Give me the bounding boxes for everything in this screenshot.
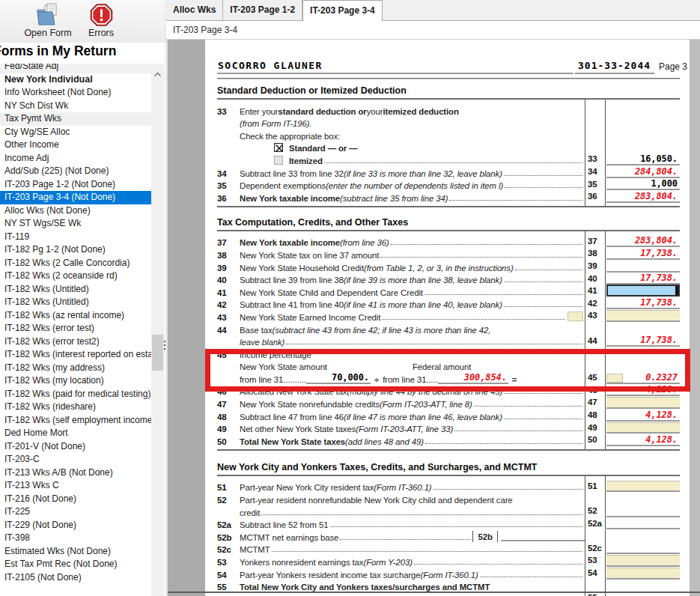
line-52-value[interactable]: [605, 505, 680, 517]
scrollbar-thumb[interactable]: [152, 335, 163, 371]
tab-it-203-page-3-4[interactable]: IT-203 Page 3-4: [302, 0, 383, 21]
sidebar-item[interactable]: IT-229 (Not Done): [0, 519, 151, 532]
sidebar-scrollbar[interactable]: [151, 64, 164, 596]
line-number-cell: 33: [585, 153, 605, 165]
small-yellow-field[interactable]: [606, 374, 623, 383]
line-50-value[interactable]: 4,128.: [605, 434, 680, 446]
sidebar-item[interactable]: IT-398: [0, 532, 151, 545]
tab-it-203-page-1-2[interactable]: IT-203 Page 1-2: [223, 0, 302, 20]
dotted-leader: [474, 406, 582, 407]
line-52c-value[interactable]: [605, 542, 680, 555]
line-36-value[interactable]: 283,804.: [605, 190, 680, 203]
sidebar-item[interactable]: IT-182 Wks (my location): [0, 374, 151, 388]
sidebar-item[interactable]: IT-182 Wks (az rental income): [0, 309, 151, 323]
sidebar-item[interactable]: IT-203 Page 1-2 (Not Done): [0, 178, 151, 192]
yellow-input-field[interactable]: [606, 397, 680, 407]
line-44-value[interactable]: 17,738.: [605, 335, 680, 347]
yellow-input-field[interactable]: [606, 568, 680, 578]
sidebar-item[interactable]: IT-201-V (Not Done): [0, 440, 151, 454]
sidebar-item[interactable]: IT-182 Wks (error test): [0, 322, 151, 335]
checkbox-unchecked[interactable]: [274, 156, 283, 165]
form-line-50: 50Total New York State taxes (add lines …: [217, 434, 680, 446]
yellow-input-field[interactable]: [606, 481, 680, 491]
dotted-leader: [504, 393, 582, 394]
nys-amount-value[interactable]: 70,000.: [306, 372, 371, 384]
line-47-value[interactable]: [605, 396, 680, 409]
sidebar-item[interactable]: NY ST Wgs/SE Wk: [0, 217, 151, 231]
federal-amount-value[interactable]: 300,854.: [438, 372, 508, 384]
sidebar-item[interactable]: IT-182 Wks (self employment income): [0, 414, 151, 428]
line-35-value[interactable]: 1,000: [605, 178, 680, 191]
line-45-value[interactable]: 0.2327: [605, 371, 680, 384]
yellow-input-field[interactable]: [606, 422, 680, 433]
sidebar-item[interactable]: IT-182 Wks (interest reported on estat..…: [0, 348, 151, 362]
line-51-value[interactable]: [605, 480, 680, 493]
sidebar-item[interactable]: IT-225: [0, 505, 151, 519]
line-37-value[interactable]: 283,804.: [605, 235, 680, 248]
line-40-value[interactable]: 17,738.: [605, 273, 680, 285]
line-49-value[interactable]: [605, 422, 680, 434]
open-form-button[interactable]: Open Form: [15, 3, 81, 38]
line-53-value[interactable]: [605, 554, 680, 567]
line-46-value[interactable]: 4,128.: [605, 384, 680, 397]
line-42-value[interactable]: 17,738.: [605, 297, 680, 310]
sidebar-item[interactable]: Income Adj: [0, 152, 151, 165]
line-52a-value[interactable]: [605, 517, 680, 530]
sidebar-item[interactable]: IT-182 Wks (2 Calle Concordia): [0, 257, 151, 270]
sidebar-item[interactable]: IT-182 Wks (my address): [0, 362, 151, 375]
form-sub-tab[interactable]: IT-203 Page 3-4: [166, 21, 700, 40]
sidebar-item[interactable]: Est Tax Pmt Rec (Not Done): [0, 558, 151, 571]
line-33-value[interactable]: 16,050.: [605, 153, 680, 165]
line-43-value[interactable]: [605, 309, 680, 322]
checkbox-checked[interactable]: [274, 143, 283, 152]
yellow-input-field[interactable]: [606, 555, 680, 565]
small-yellow-field[interactable]: [567, 311, 583, 321]
sidebar-item[interactable]: Alloc Wks (Not Done): [0, 204, 151, 218]
value-underline: [606, 345, 680, 347]
value-underline: [606, 201, 680, 203]
sidebar-item[interactable]: IT-182 Wks (Untitled): [0, 296, 151, 309]
sidebar-item[interactable]: IT-203 Page 3-4 (Not Done): [0, 191, 151, 204]
section-block: 37New York taxable income (from line 36)…: [217, 230, 680, 451]
sidebar-item[interactable]: IT-182 Wks (Untitled): [0, 283, 151, 297]
sidebar-item[interactable]: IT-119: [0, 231, 151, 244]
sidebar-item[interactable]: IT-216 (Not Done): [0, 493, 151, 506]
sidebar-item[interactable]: IT-213 Wks C: [0, 479, 151, 493]
sidebar-item[interactable]: IT-2105 (Not Done): [0, 571, 151, 585]
sidebar-item[interactable]: IT-182 Wks (rideshare): [0, 401, 151, 414]
line-39-value[interactable]: [605, 260, 680, 273]
line-48-value[interactable]: 4,128.: [605, 409, 680, 422]
yellow-input-field[interactable]: [606, 310, 680, 320]
sidebar-item[interactable]: IT-182 Wks (2 oceanside rd): [0, 270, 151, 283]
line-54-value[interactable]: [605, 567, 680, 580]
splitter-grip-icon[interactable]: [164, 338, 165, 350]
focused-input-field[interactable]: [606, 285, 680, 297]
sidebar-item[interactable]: Estimated Wks (Not Done): [0, 545, 151, 559]
inline-blank-field[interactable]: [501, 534, 585, 541]
sidebar-item[interactable]: Add/Sub (225) (Not Done): [0, 165, 151, 178]
sidebar-item[interactable]: Info Worksheet (Not Done): [0, 86, 151, 100]
sidebar-item[interactable]: Other Income: [0, 139, 151, 152]
sidebar-item[interactable]: IT-182 Pg 1-2 (Not Done): [0, 243, 151, 257]
line-41-value[interactable]: [605, 285, 680, 297]
form-label-text: Dependent exemptions: [240, 181, 326, 190]
sidebar-item[interactable]: IT-213 Wks A/B (Not Done): [0, 466, 151, 480]
sidebar-item[interactable]: NY Sch Dist Wk: [0, 100, 151, 113]
sidebar-item[interactable]: Fed/State Adj: [0, 64, 151, 73]
form-viewport: SOCORRO GLAUNER 301-33-2044 Page 3 Stand…: [166, 40, 700, 596]
sidebar-item[interactable]: IT-182 Wks (paid for medical testing): [0, 388, 151, 401]
sidebar-item[interactable]: Ded Home Mort: [0, 427, 151, 440]
sidebar-item[interactable]: Cty Wg/SE Alloc: [0, 126, 151, 139]
taxpayer-name: SOCORRO GLAUNER: [218, 60, 323, 71]
line-number-cell: 46: [585, 384, 605, 397]
sidebar-item[interactable]: IT-182 Wks (error test2): [0, 335, 151, 349]
sidebar-item[interactable]: New York Individual: [0, 73, 151, 87]
line-34-value[interactable]: 284,804.: [605, 165, 680, 178]
line-38-value[interactable]: 17,738.: [605, 247, 680, 260]
errors-button[interactable]: Errors: [79, 3, 123, 38]
tab-alloc-wks[interactable]: Alloc Wks: [166, 0, 223, 20]
sidebar-item[interactable]: Tax Pymt Wks: [0, 112, 151, 126]
dotted-leader: [382, 319, 565, 320]
sidebar-item[interactable]: IT-203-C: [0, 453, 151, 466]
scrollbar-up-arrow-icon[interactable]: [153, 67, 162, 80]
